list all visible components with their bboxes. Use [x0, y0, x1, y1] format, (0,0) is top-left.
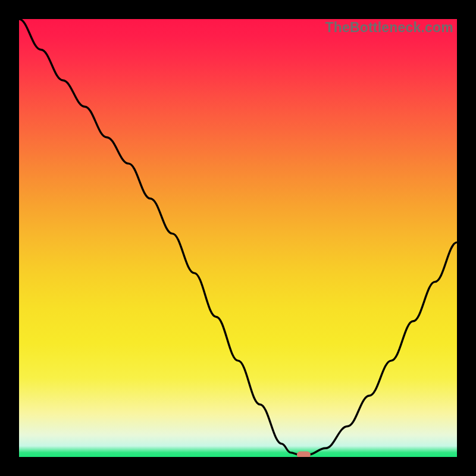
- optimum-marker: [297, 451, 311, 457]
- bottleneck-curve-svg: [19, 19, 457, 457]
- bottleneck-curve-path: [19, 19, 457, 455]
- chart-plot-area: TheBottleneck.com: [19, 19, 457, 457]
- chart-outer-frame: TheBottleneck.com: [0, 0, 476, 476]
- watermark-text: TheBottleneck.com: [325, 20, 453, 36]
